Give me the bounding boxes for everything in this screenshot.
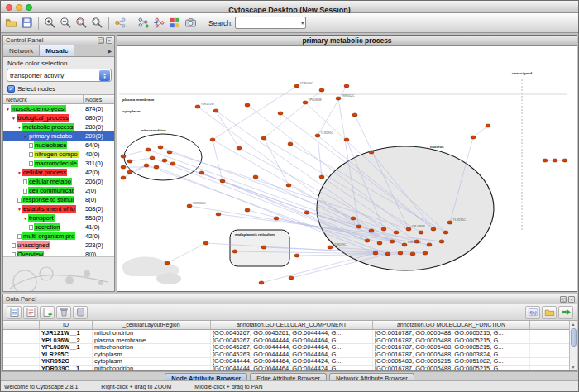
float-panel-icon[interactable]: ◱ (98, 37, 104, 44)
network-view-title[interactable]: primary metabolic process (117, 36, 577, 46)
tree-item-cellular-process[interactable]: ▼cellular process42(0) (3, 168, 114, 177)
color-attribute-select[interactable]: transporter activity ▴▾ (7, 69, 112, 82)
tree-item-unassigned[interactable]: unassigned223(0) (3, 241, 114, 250)
scrollbar-thumb[interactable] (571, 328, 577, 347)
expander-icon[interactable]: ▼ (17, 207, 22, 212)
zoom-fit-icon[interactable] (90, 16, 105, 31)
table-row[interactable]: YPL036W__1mitochondrion[GO:0045267, GO:0… (3, 344, 577, 351)
cell[interactable]: [GO:0016787, GO:0005488, GO:0005215, G..… (373, 337, 530, 344)
cell[interactable]: [GO:0016787, GO:0005488, GO:0005215, G..… (373, 330, 530, 337)
cell[interactable]: [GO:0016787, GO:0005488, GO:0005215, G..… (373, 344, 530, 351)
titlebar[interactable]: Cytoscape Desktop (New Session) (1, 1, 578, 13)
clear-attribute-icon[interactable] (73, 306, 88, 319)
attribute-batch-icon[interactable] (558, 306, 573, 319)
tree-item-biological-process[interactable]: ▼biological_process680(0) (3, 113, 114, 122)
cell[interactable]: YLR295C (40, 351, 93, 358)
tree-item-establishment-of-lo[interactable]: ▼establishment of lo558(0) (3, 204, 114, 213)
cell[interactable]: YKR052C (40, 358, 93, 365)
search-input[interactable] (236, 19, 299, 26)
tree-item-secretion[interactable]: secretion41(0) (3, 222, 114, 232)
open-session-icon[interactable] (4, 16, 19, 31)
expander-icon[interactable]: ▼ (22, 216, 28, 221)
import-network-icon[interactable] (152, 16, 167, 31)
tree-item-mosaic-demo-yeast[interactable]: ▼mosaic-demo-yeast874(0) (3, 104, 114, 113)
table-row[interactable]: YKR052Ccytoplasm[GO:0044444, GO:0044464,… (3, 358, 577, 366)
cell[interactable]: plasma membrane (93, 337, 211, 344)
cell[interactable]: [GO:0045267, GO:0044444, GO:0044464, G..… (211, 337, 373, 344)
first-neighbors-icon[interactable] (113, 16, 128, 31)
tree-item-response-to-stimul[interactable]: response to stimul8(0) (3, 195, 114, 204)
cell[interactable]: [GO:0045263, GO:0044444, GO:0044464, G..… (211, 351, 373, 358)
table-scrollbar[interactable]: ▲ ▼ (569, 321, 577, 370)
tree-item-nitrogen-compo[interactable]: nitrogen compo40(0) (3, 150, 114, 159)
close-panel-icon[interactable]: × (568, 296, 575, 303)
tree-item-primary-metabo[interactable]: ▼primary metabo209(0) (3, 131, 114, 141)
delete-attribute-icon[interactable] (56, 306, 71, 319)
close-panel-icon[interactable]: × (106, 37, 112, 44)
tree-item-cellular-metabo[interactable]: cellular metabo206(0) (3, 177, 114, 186)
tree-item-multi-organism-pro[interactable]: multi-organism pro42(0) (3, 232, 114, 241)
network-canvas[interactable]: plasma membranecytoplasmmitochondrionnuc… (117, 46, 577, 291)
tab-mosaic[interactable]: Mosaic (40, 45, 74, 56)
unselect-attributes-icon[interactable] (23, 306, 38, 319)
new-attribute-icon[interactable] (40, 306, 55, 319)
formula-builder-icon[interactable]: f(x) (525, 306, 540, 319)
cell[interactable]: mitochondrion (93, 330, 211, 337)
tree-col-network[interactable]: Network (3, 95, 84, 103)
zoom-out-icon[interactable] (59, 16, 74, 31)
new-network-icon[interactable] (136, 16, 151, 31)
cell[interactable]: cytoplasm (93, 358, 211, 365)
cell[interactable]: YJR121W__1 (40, 330, 93, 337)
zoom-selected-region-icon[interactable] (74, 16, 89, 31)
tree-header[interactable]: Network Nodes (3, 94, 114, 104)
tab-network[interactable]: Network (3, 45, 40, 56)
search-field[interactable]: ▾ (235, 17, 306, 29)
expander-icon[interactable]: ▼ (17, 170, 22, 175)
cell[interactable]: cytoplasm (93, 351, 211, 358)
expander-icon[interactable]: ▼ (5, 107, 11, 112)
scroll-up-icon[interactable]: ▲ (572, 321, 576, 327)
cell[interactable]: YDR039C__1 (40, 366, 93, 370)
save-session-icon[interactable] (20, 16, 35, 31)
expander-icon[interactable]: ▼ (17, 125, 22, 130)
tree-col-nodes[interactable]: Nodes (84, 95, 114, 103)
cell[interactable]: mitochondrion (93, 366, 211, 370)
cell[interactable]: [GO:0044444, GO:0044464, GO:0044424, G..… (211, 366, 373, 370)
select-attributes-icon[interactable] (7, 306, 22, 319)
column-header[interactable]: annotation.GO CELLULAR_COMPONENT (211, 321, 373, 329)
expander-icon[interactable]: ▼ (11, 116, 17, 121)
select-nodes-row[interactable]: ✓ Select nodes (3, 84, 114, 94)
tree-item-metabolic-process[interactable]: ▼metabolic process280(0) (3, 122, 114, 131)
network-canvas-wrap[interactable]: plasma membranecytoplasmmitochondrionnuc… (117, 46, 577, 291)
cell[interactable]: [GO:0005488, GO:0005215, GO:0051082, G..… (373, 358, 530, 365)
cell[interactable]: [GO:0016787, GO:0005488, GO:0003824, G..… (373, 351, 530, 358)
table-row[interactable]: YLR295Ccytoplasm[GO:0045263, GO:0044444,… (3, 351, 577, 359)
tree-item-cell-communicat[interactable]: cell communicat2(0) (3, 186, 114, 195)
screenshot-icon[interactable] (184, 16, 199, 31)
close-window-button[interactable] (6, 4, 12, 11)
tree-item-nucleobase[interactable]: nucleobase64(0) (3, 141, 114, 150)
import-attributes-icon[interactable] (542, 306, 557, 319)
float-panel-icon[interactable]: ◱ (560, 296, 567, 303)
tree-item-transport[interactable]: ▼transport558(0) (3, 213, 114, 222)
table-row[interactable]: YJR121W__1mitochondrion[GO:0045267, GO:0… (3, 330, 577, 337)
tab-scroll-right-icon[interactable]: ▶ (105, 45, 114, 56)
table-row[interactable]: YPL036W__2plasma membrane[GO:0045267, GO… (3, 337, 577, 345)
scroll-down-icon[interactable]: ▼ (572, 364, 576, 370)
expander-icon[interactable]: ▼ (22, 134, 28, 139)
zoom-in-icon[interactable] (43, 16, 58, 31)
table-row[interactable]: YDR039C__1mitochondrion[GO:0044444, GO:0… (3, 366, 577, 370)
column-header[interactable]: annotation.GO MOLECULAR_FUNCTION (373, 321, 530, 329)
table-header-row[interactable]: ID_cellularLayoutRegionannotation.GO CEL… (3, 321, 577, 330)
cell[interactable]: [GO:0045267, GO:0044444, GO:0044464, G..… (211, 344, 373, 351)
cell[interactable]: [GO:0016787, GO:0005488, GO:0005215, G..… (373, 366, 530, 370)
vizmapper-icon[interactable] (168, 16, 183, 31)
cell[interactable]: [GO:0045267, GO:0045261, GO:0044444, G..… (211, 330, 373, 337)
cell[interactable]: YPL036W__2 (40, 337, 93, 344)
column-header[interactable]: ID (40, 321, 93, 329)
column-header[interactable]: _cellularLayoutRegion (93, 321, 211, 329)
search-dropdown-icon[interactable]: ▾ (299, 20, 305, 26)
tree-item-macromolecule[interactable]: macromolecule311(0) (3, 159, 114, 168)
select-nodes-checkbox[interactable]: ✓ (7, 85, 15, 93)
minimize-window-button[interactable] (16, 4, 22, 11)
